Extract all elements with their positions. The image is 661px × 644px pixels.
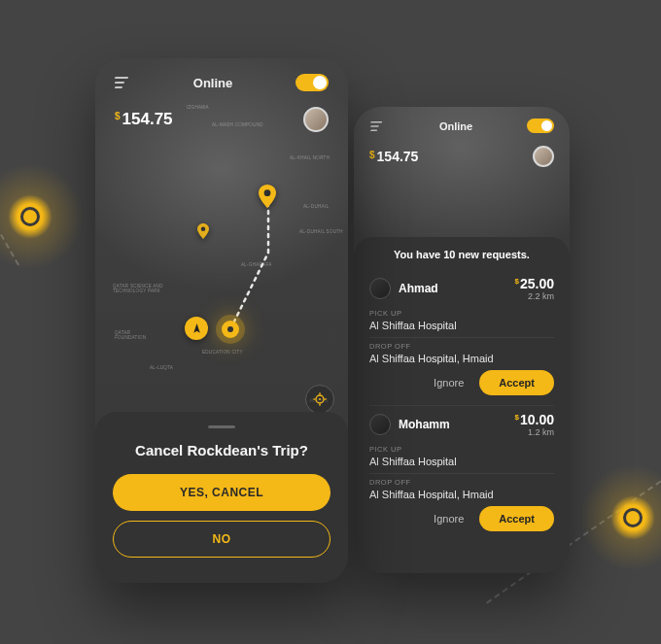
accept-button[interactable]: Accept bbox=[479, 370, 554, 395]
currency-symbol: $ bbox=[515, 277, 519, 286]
requester-avatar bbox=[369, 278, 391, 299]
dropoff-value: Al Shiffaa Hospital, Hmaid bbox=[369, 353, 554, 364]
request-card: Mohamm $ 10.00 1.2 km PICK UP Al Shiffaa… bbox=[369, 406, 554, 541]
svg-point-3 bbox=[319, 398, 321, 400]
ignore-button[interactable]: Ignore bbox=[434, 513, 464, 525]
locate-me-button[interactable] bbox=[305, 385, 334, 414]
decorative-orb bbox=[8, 194, 52, 239]
dropoff-label: DROP OFF bbox=[369, 342, 554, 351]
request-distance: 2.2 km bbox=[515, 291, 555, 301]
currency-symbol: $ bbox=[369, 150, 375, 160]
cancel-sheet: Cancel Rockdean's Trip? YES, CANCEL NO bbox=[95, 412, 348, 583]
requests-title: You have 10 new requests. bbox=[369, 249, 554, 260]
cancel-sheet-title: Cancel Rockdean's Trip? bbox=[113, 442, 330, 458]
requester-avatar bbox=[369, 414, 391, 435]
request-price: $ 10.00 bbox=[515, 412, 555, 427]
yes-cancel-button[interactable]: YES, CANCEL bbox=[113, 474, 330, 511]
phone-requests: Online $ 154.75 You have 10 new requests… bbox=[354, 107, 570, 573]
pickup-value: Al Shiffaa Hospital bbox=[369, 320, 554, 331]
map-view[interactable]: Online $ 154.75 IZGHAWA AL‑MASH COMPOUND… bbox=[95, 58, 348, 427]
currency-symbol: $ bbox=[515, 413, 519, 422]
accept-button[interactable]: Accept bbox=[479, 506, 554, 531]
svg-point-1 bbox=[201, 227, 206, 232]
balance-amount: $ 154.75 bbox=[369, 149, 418, 164]
request-distance: 1.2 km bbox=[515, 427, 555, 437]
divider bbox=[369, 473, 554, 474]
price-value: 25.00 bbox=[520, 276, 554, 291]
map-view[interactable]: Online $ 154.75 bbox=[354, 107, 570, 243]
requester-name: Mohamm bbox=[399, 418, 450, 431]
svg-point-0 bbox=[264, 189, 271, 196]
divider bbox=[369, 337, 554, 338]
dropoff-value: Al Shiffaa Hospital, Hmaid bbox=[369, 489, 554, 500]
no-button[interactable]: NO bbox=[113, 521, 330, 558]
phone-cancel-trip: Online $ 154.75 IZGHAWA AL‑MASH COMPOUND… bbox=[95, 58, 348, 583]
online-status: Online bbox=[439, 120, 472, 132]
requests-panel: You have 10 new requests. Ahmad $ 25.00 … bbox=[354, 237, 570, 573]
destination-pin-icon bbox=[259, 185, 276, 208]
waypoint-pin-icon bbox=[197, 223, 209, 239]
balance-row: $ 154.75 bbox=[354, 146, 570, 167]
request-card: Ahmad $ 25.00 2.2 km PICK UP Al Shiffaa … bbox=[369, 270, 554, 406]
driver-marker-icon bbox=[185, 317, 208, 340]
decorative-orb bbox=[610, 495, 655, 540]
menu-icon[interactable] bbox=[370, 120, 384, 130]
pickup-label: PICK UP bbox=[369, 309, 554, 318]
dropoff-label: DROP OFF bbox=[369, 478, 554, 487]
pickup-value: Al Shiffaa Hospital bbox=[369, 456, 554, 467]
pickup-label: PICK UP bbox=[369, 445, 554, 454]
route-path bbox=[95, 58, 348, 427]
price-value: 10.00 bbox=[520, 412, 554, 427]
request-price: $ 25.00 bbox=[515, 276, 555, 291]
requester-name: Ahmad bbox=[399, 282, 438, 295]
online-toggle[interactable] bbox=[527, 119, 554, 133]
balance-value: 154.75 bbox=[377, 149, 419, 164]
ignore-button[interactable]: Ignore bbox=[434, 377, 464, 389]
avatar[interactable] bbox=[533, 146, 554, 167]
top-bar: Online bbox=[354, 119, 570, 133]
origin-marker-icon bbox=[222, 321, 239, 338]
sheet-handle[interactable] bbox=[208, 425, 235, 428]
